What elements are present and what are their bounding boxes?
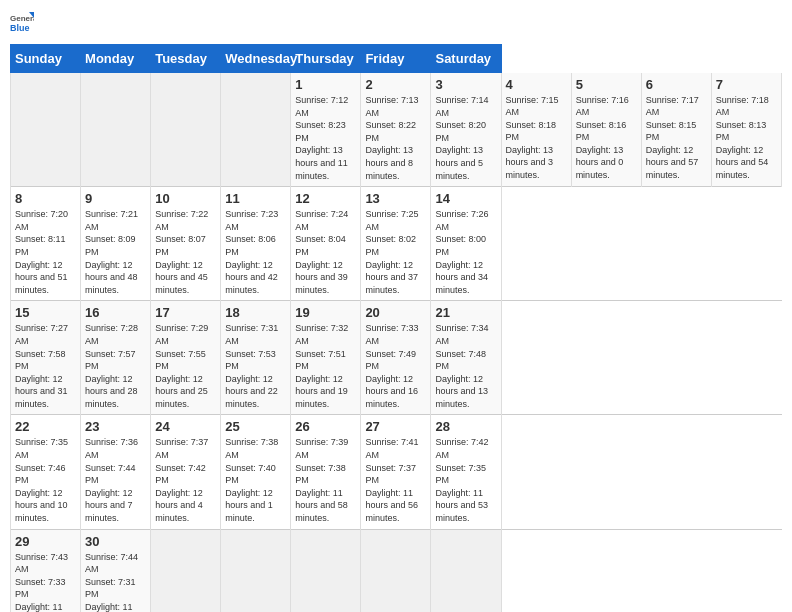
sunrise: Sunrise: 7:13 AM bbox=[365, 95, 418, 118]
header-tuesday: Tuesday bbox=[151, 45, 221, 73]
day-cell-25: 25 Sunrise: 7:38 AM Sunset: 7:40 PM Dayl… bbox=[221, 415, 291, 529]
daylight: Daylight: 12 hours and 25 minutes. bbox=[155, 374, 208, 409]
sunset: Sunset: 7:48 PM bbox=[435, 349, 486, 372]
day-cell-20: 20 Sunrise: 7:33 AM Sunset: 7:49 PM Dayl… bbox=[361, 301, 431, 415]
day-number: 5 bbox=[576, 77, 637, 92]
header: General Blue bbox=[10, 10, 782, 34]
day-number: 6 bbox=[646, 77, 707, 92]
calendar-table: SundayMondayTuesdayWednesdayThursdayFrid… bbox=[10, 44, 782, 612]
day-info: Sunrise: 7:15 AM Sunset: 8:18 PM Dayligh… bbox=[506, 94, 567, 182]
daylight: Daylight: 12 hours and 48 minutes. bbox=[85, 260, 138, 295]
day-number: 18 bbox=[225, 305, 286, 320]
day-cell-2: 2 Sunrise: 7:13 AM Sunset: 8:22 PM Dayli… bbox=[361, 73, 431, 187]
day-cell-10: 10 Sunrise: 7:22 AM Sunset: 8:07 PM Dayl… bbox=[151, 187, 221, 301]
day-number: 13 bbox=[365, 191, 426, 206]
day-cell-27: 27 Sunrise: 7:41 AM Sunset: 7:37 PM Dayl… bbox=[361, 415, 431, 529]
day-info: Sunrise: 7:27 AM Sunset: 7:58 PM Dayligh… bbox=[15, 322, 76, 410]
sunset: Sunset: 7:42 PM bbox=[155, 463, 206, 486]
sunrise: Sunrise: 7:33 AM bbox=[365, 323, 418, 346]
daylight: Daylight: 12 hours and 16 minutes. bbox=[365, 374, 418, 409]
day-cell-6: 6 Sunrise: 7:17 AM Sunset: 8:15 PM Dayli… bbox=[641, 73, 711, 187]
header-saturday: Saturday bbox=[431, 45, 501, 73]
day-number: 22 bbox=[15, 419, 76, 434]
sunset: Sunset: 8:09 PM bbox=[85, 234, 136, 257]
day-cell-5: 5 Sunrise: 7:16 AM Sunset: 8:16 PM Dayli… bbox=[571, 73, 641, 187]
week-row-4: 29 Sunrise: 7:43 AM Sunset: 7:33 PM Dayl… bbox=[11, 529, 782, 612]
day-number: 20 bbox=[365, 305, 426, 320]
daylight: Daylight: 12 hours and 1 minute. bbox=[225, 488, 273, 523]
day-cell-24: 24 Sunrise: 7:37 AM Sunset: 7:42 PM Dayl… bbox=[151, 415, 221, 529]
daylight: Daylight: 12 hours and 54 minutes. bbox=[716, 145, 769, 180]
sunrise: Sunrise: 7:22 AM bbox=[155, 209, 208, 232]
day-info: Sunrise: 7:13 AM Sunset: 8:22 PM Dayligh… bbox=[365, 94, 426, 182]
day-cell-12: 12 Sunrise: 7:24 AM Sunset: 8:04 PM Dayl… bbox=[291, 187, 361, 301]
day-cell-13: 13 Sunrise: 7:25 AM Sunset: 8:02 PM Dayl… bbox=[361, 187, 431, 301]
day-number: 9 bbox=[85, 191, 146, 206]
empty-cell bbox=[361, 529, 431, 612]
daylight: Daylight: 12 hours and 13 minutes. bbox=[435, 374, 488, 409]
sunrise: Sunrise: 7:38 AM bbox=[225, 437, 278, 460]
sunrise: Sunrise: 7:35 AM bbox=[15, 437, 68, 460]
day-number: 8 bbox=[15, 191, 76, 206]
week-row-1: 8 Sunrise: 7:20 AM Sunset: 8:11 PM Dayli… bbox=[11, 187, 782, 301]
daylight: Daylight: 12 hours and 4 minutes. bbox=[155, 488, 203, 523]
empty-cell bbox=[221, 73, 291, 187]
day-cell-21: 21 Sunrise: 7:34 AM Sunset: 7:48 PM Dayl… bbox=[431, 301, 501, 415]
svg-text:Blue: Blue bbox=[10, 23, 30, 33]
day-cell-8: 8 Sunrise: 7:20 AM Sunset: 8:11 PM Dayli… bbox=[11, 187, 81, 301]
daylight: Daylight: 12 hours and 10 minutes. bbox=[15, 488, 68, 523]
sunrise: Sunrise: 7:18 AM bbox=[716, 95, 769, 118]
day-cell-19: 19 Sunrise: 7:32 AM Sunset: 7:51 PM Dayl… bbox=[291, 301, 361, 415]
day-number: 15 bbox=[15, 305, 76, 320]
empty-cell bbox=[431, 529, 501, 612]
day-number: 16 bbox=[85, 305, 146, 320]
sunrise: Sunrise: 7:26 AM bbox=[435, 209, 488, 232]
daylight: Daylight: 11 hours and 53 minutes. bbox=[435, 488, 488, 523]
day-info: Sunrise: 7:26 AM Sunset: 8:00 PM Dayligh… bbox=[435, 208, 496, 296]
daylight: Daylight: 12 hours and 57 minutes. bbox=[646, 145, 699, 180]
sunset: Sunset: 8:02 PM bbox=[365, 234, 416, 257]
day-number: 17 bbox=[155, 305, 216, 320]
day-info: Sunrise: 7:37 AM Sunset: 7:42 PM Dayligh… bbox=[155, 436, 216, 524]
day-info: Sunrise: 7:38 AM Sunset: 7:40 PM Dayligh… bbox=[225, 436, 286, 524]
day-number: 3 bbox=[435, 77, 496, 92]
day-number: 12 bbox=[295, 191, 356, 206]
sunrise: Sunrise: 7:17 AM bbox=[646, 95, 699, 118]
day-number: 2 bbox=[365, 77, 426, 92]
sunrise: Sunrise: 7:20 AM bbox=[15, 209, 68, 232]
day-info: Sunrise: 7:28 AM Sunset: 7:57 PM Dayligh… bbox=[85, 322, 146, 410]
sunset: Sunset: 7:38 PM bbox=[295, 463, 346, 486]
header-sunday: Sunday bbox=[11, 45, 81, 73]
sunset: Sunset: 7:46 PM bbox=[15, 463, 66, 486]
daylight: Daylight: 11 hours and 50 minutes. bbox=[15, 602, 68, 612]
day-info: Sunrise: 7:35 AM Sunset: 7:46 PM Dayligh… bbox=[15, 436, 76, 524]
sunset: Sunset: 7:35 PM bbox=[435, 463, 486, 486]
day-cell-3: 3 Sunrise: 7:14 AM Sunset: 8:20 PM Dayli… bbox=[431, 73, 501, 187]
daylight: Daylight: 12 hours and 7 minutes. bbox=[85, 488, 133, 523]
empty-cell bbox=[291, 529, 361, 612]
sunrise: Sunrise: 7:27 AM bbox=[15, 323, 68, 346]
sunset: Sunset: 8:20 PM bbox=[435, 120, 486, 143]
day-info: Sunrise: 7:22 AM Sunset: 8:07 PM Dayligh… bbox=[155, 208, 216, 296]
sunset: Sunset: 7:31 PM bbox=[85, 577, 136, 600]
day-info: Sunrise: 7:20 AM Sunset: 8:11 PM Dayligh… bbox=[15, 208, 76, 296]
day-number: 28 bbox=[435, 419, 496, 434]
sunrise: Sunrise: 7:39 AM bbox=[295, 437, 348, 460]
daylight: Daylight: 12 hours and 19 minutes. bbox=[295, 374, 348, 409]
header-row: SundayMondayTuesdayWednesdayThursdayFrid… bbox=[11, 45, 782, 73]
sunset: Sunset: 7:55 PM bbox=[155, 349, 206, 372]
empty-cell bbox=[11, 73, 81, 187]
sunset: Sunset: 8:06 PM bbox=[225, 234, 276, 257]
daylight: Daylight: 11 hours and 47 minutes. bbox=[85, 602, 138, 612]
sunrise: Sunrise: 7:32 AM bbox=[295, 323, 348, 346]
empty-cell bbox=[221, 529, 291, 612]
sunrise: Sunrise: 7:29 AM bbox=[155, 323, 208, 346]
sunrise: Sunrise: 7:24 AM bbox=[295, 209, 348, 232]
daylight: Daylight: 12 hours and 39 minutes. bbox=[295, 260, 348, 295]
sunrise: Sunrise: 7:31 AM bbox=[225, 323, 278, 346]
sunset: Sunset: 8:07 PM bbox=[155, 234, 206, 257]
day-info: Sunrise: 7:32 AM Sunset: 7:51 PM Dayligh… bbox=[295, 322, 356, 410]
sunset: Sunset: 8:13 PM bbox=[716, 120, 767, 143]
day-info: Sunrise: 7:39 AM Sunset: 7:38 PM Dayligh… bbox=[295, 436, 356, 524]
header-thursday: Thursday bbox=[291, 45, 361, 73]
